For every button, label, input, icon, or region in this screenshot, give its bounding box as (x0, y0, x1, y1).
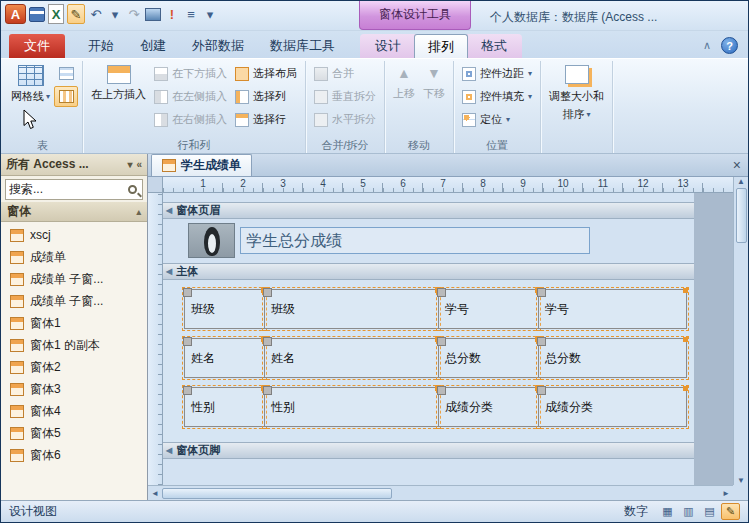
horizontal-scrollbar[interactable]: ◄ ► (148, 485, 733, 500)
control-margins-icon (462, 67, 476, 81)
screen-icon[interactable] (145, 4, 161, 24)
insert-above-button[interactable]: 在上方插入 (87, 62, 150, 102)
label-banji[interactable]: 班级 (184, 289, 265, 329)
merge-button[interactable]: 合并 (310, 62, 380, 85)
control-padding-button[interactable]: 控件填充▾ (458, 85, 536, 108)
nav-item-chengjidan-sub1[interactable]: 成绩单 子窗... (1, 268, 147, 290)
scroll-left-icon[interactable]: ◄ (151, 489, 159, 498)
insert-left-button[interactable]: 在左侧插入 (150, 85, 231, 108)
vertical-scroll-thumb[interactable] (736, 188, 747, 243)
textbox-zongfenshu[interactable]: 总分数 (538, 338, 687, 378)
group-label-rows-columns: 行和列 (87, 138, 301, 153)
tab-home[interactable]: 开始 (75, 34, 127, 58)
split-horizontal-button[interactable]: 水平拆分 (310, 108, 380, 131)
detail-section[interactable]: 班级 班级 学号 学号 姓名 姓名 总分数 总分数 (163, 280, 694, 442)
textbox-xuehao[interactable]: 学号 (538, 289, 687, 329)
stacked-layout-button[interactable] (54, 63, 78, 84)
group-label-merge-split: 合并/拆分 (310, 138, 380, 153)
label-xingbie[interactable]: 性别 (184, 387, 265, 427)
section-bar-form-header[interactable]: ◀ 窗体页眉 (163, 202, 694, 219)
search-input[interactable] (9, 183, 128, 197)
textbox-chengjifenlei[interactable]: 成绩分类 (538, 387, 687, 427)
form-footer-section[interactable] (163, 459, 694, 485)
nav-pane-header[interactable]: 所有 Access ... ▾ « (1, 154, 147, 176)
select-column-button[interactable]: 选择列 (231, 85, 301, 108)
label-zongfenshu[interactable]: 总分数 (438, 338, 539, 378)
qat-customize-icon[interactable]: ▾ (202, 4, 218, 24)
nav-item-form2[interactable]: 窗体2 (1, 356, 147, 378)
select-row-button[interactable]: 选择行 (231, 108, 301, 131)
tab-file[interactable]: 文件 (9, 34, 65, 58)
chevron-up-icon[interactable]: ▴ (136, 207, 141, 217)
tab-create[interactable]: 创建 (127, 34, 179, 58)
scroll-up-icon[interactable]: ▲ (737, 177, 745, 186)
undo-icon[interactable]: ↶ (88, 4, 104, 24)
ribbon-group-rows-columns: 在上方插入 在下方插入 在左侧插入 在右侧插入 选择布局 选择列 选择行 行和列 (83, 61, 306, 153)
tab-design[interactable]: 设计 (362, 34, 414, 58)
save-icon[interactable] (29, 4, 45, 24)
nav-item-xscj[interactable]: xscj (1, 224, 147, 246)
image-control-penguin[interactable] (188, 223, 235, 258)
move-up-button[interactable]: ▲ 上移 (389, 62, 419, 101)
section-bar-form-footer[interactable]: ◀ 窗体页脚 (163, 442, 694, 459)
textbox-banji[interactable]: 班级 (264, 289, 439, 329)
datasheet-view-icon[interactable]: ▦ (658, 503, 677, 520)
shutter-bar-collapse-icon[interactable]: « (136, 159, 142, 170)
label-xuehao[interactable]: 学号 (438, 289, 539, 329)
minimize-ribbon-icon[interactable]: ∧ (703, 39, 711, 52)
nav-item-form1-copy[interactable]: 窗体1 的副本 (1, 334, 147, 356)
tab-arrange[interactable]: 排列 (414, 34, 468, 58)
control-margins-button[interactable]: 控件边距▾ (458, 62, 536, 85)
label-xingming[interactable]: 姓名 (184, 338, 265, 378)
access-logo-icon[interactable]: A (5, 4, 26, 24)
gridlines-button[interactable]: 网格线▾ (7, 62, 54, 104)
nav-dropdown-icon[interactable]: ▾ (127, 159, 132, 170)
design-mode-icon[interactable]: ✎ (67, 4, 85, 24)
nav-item-label: 窗体5 (30, 425, 61, 442)
undo-dropdown-icon[interactable]: ▾ (107, 4, 123, 24)
vertical-scrollbar[interactable]: ▲ ▼ (733, 177, 748, 485)
form-view-icon[interactable]: ▥ (679, 503, 698, 520)
nav-item-form3[interactable]: 窗体3 (1, 378, 147, 400)
split-vertical-button[interactable]: 垂直拆分 (310, 85, 380, 108)
nav-item-form5[interactable]: 窗体5 (1, 422, 147, 444)
document-tab-active[interactable]: 学生成绩单 (151, 154, 252, 176)
design-view-icon[interactable]: ✎ (721, 503, 740, 520)
select-layout-button[interactable]: 选择布局 (231, 62, 301, 85)
nav-item-chengjidan[interactable]: 成绩单 (1, 246, 147, 268)
nav-item-chengjidan-sub2[interactable]: 成绩单 子窗... (1, 290, 147, 312)
redo-icon[interactable]: ↷ (126, 4, 142, 24)
excel-export-icon[interactable]: X (48, 4, 64, 24)
insert-right-button[interactable]: 在右侧插入 (150, 108, 231, 131)
form-design-surface[interactable]: ◀ 窗体页眉 学生总分成绩 ◀ 主体 (163, 193, 694, 485)
nav-search-box[interactable] (5, 179, 143, 200)
nav-item-label: 窗体4 (30, 403, 61, 420)
tab-external-data[interactable]: 外部数据 (179, 34, 257, 58)
sizing-ordering-button[interactable]: 调整大小和 排序▾ (545, 62, 608, 122)
tab-database-tools[interactable]: 数据库工具 (257, 34, 348, 58)
textbox-xingbie[interactable]: 性别 (264, 387, 439, 427)
section-bar-detail[interactable]: ◀ 主体 (163, 263, 694, 280)
scroll-down-icon[interactable]: ▼ (737, 476, 745, 485)
run-exclamation-icon[interactable]: ! (164, 4, 180, 24)
move-down-button[interactable]: ▼ 下移 (419, 62, 449, 101)
help-icon[interactable]: ? (721, 37, 738, 54)
textbox-xingming[interactable]: 姓名 (264, 338, 439, 378)
nav-item-form4[interactable]: 窗体4 (1, 400, 147, 422)
list-icon[interactable]: ≡ (183, 4, 199, 24)
label-chengjifenlei[interactable]: 成绩分类 (438, 387, 539, 427)
tab-format[interactable]: 格式 (468, 34, 520, 58)
nav-item-form6[interactable]: 窗体6 (1, 444, 147, 466)
form-title-label[interactable]: 学生总分成绩 (240, 227, 590, 254)
layout-view-icon[interactable]: ▤ (700, 503, 719, 520)
form-header-section[interactable]: 学生总分成绩 (163, 219, 694, 263)
tabular-layout-button[interactable] (54, 86, 78, 107)
horizontal-scroll-thumb[interactable] (162, 488, 392, 499)
close-icon[interactable]: × (733, 157, 741, 173)
nav-item-form1[interactable]: 窗体1 (1, 312, 147, 334)
contextual-tab-group-title: 窗体设计工具 (359, 1, 471, 30)
scroll-right-icon[interactable]: ► (722, 489, 730, 498)
nav-group-forms[interactable]: 窗体 ▴ (1, 202, 147, 222)
anchoring-button[interactable]: 定位▾ (458, 108, 536, 131)
insert-below-button[interactable]: 在下方插入 (150, 62, 231, 85)
